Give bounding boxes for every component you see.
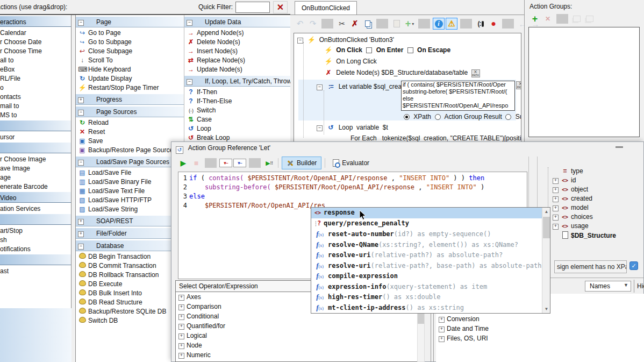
action-list-item[interactable]: Go to Subpage <box>76 38 184 47</box>
on-escape-checkbox[interactable] <box>407 47 413 53</box>
sidebar-item[interactable]: ast <box>0 266 71 275</box>
function-group-row[interactable]: Conversion <box>436 314 644 324</box>
action-list-item[interactable]: DB Bulk Insert Into <box>76 289 184 298</box>
names-dropdown[interactable]: ▼ Names <box>585 281 631 292</box>
xpath-radio[interactable] <box>404 114 410 120</box>
action-list-item[interactable]: Load/Save HTTP/FTP <box>76 196 184 205</box>
sidebar-item[interactable] <box>0 120 71 131</box>
expander-icon[interactable] <box>553 167 561 175</box>
action-list-item[interactable]: Case <box>184 115 290 124</box>
autocomplete-item[interactable]: response <box>311 208 542 218</box>
action-list-item[interactable]: Insert Node(s) <box>184 47 290 56</box>
action-list-item[interactable]: Database <box>76 240 184 251</box>
action-list-item[interactable]: DB Read Structure <box>76 298 184 307</box>
scrollbar-thumb[interactable] <box>543 217 550 238</box>
expander-icon[interactable] <box>178 342 187 349</box>
source-node-row[interactable]: model <box>553 204 643 213</box>
expander-icon[interactable] <box>78 96 86 103</box>
action-list-item[interactable]: Switch <box>184 106 290 115</box>
action-list-item[interactable]: Save <box>76 137 184 146</box>
action-list-item[interactable]: Hide Keyboard <box>76 65 184 74</box>
action-list-item[interactable]: Restart/Stop Page Timer <box>76 83 184 93</box>
sidebar-item[interactable]: Video <box>0 192 71 203</box>
xpath-edit-button[interactable] <box>471 69 480 77</box>
sidebar-item[interactable]: r Choose Date <box>0 37 71 46</box>
autocomplete-item[interactable]: reset-auto-number(id?) as empty-sequence… <box>311 229 542 239</box>
operator-group-row[interactable]: Logical <box>176 331 421 340</box>
sidebar-item[interactable]: r Choose Image <box>0 154 71 164</box>
expander-icon[interactable] <box>553 222 561 230</box>
sidebar-item[interactable]: sh <box>0 235 71 244</box>
collapse-icon[interactable] <box>317 124 325 131</box>
sidebar-item[interactable]: all to <box>0 55 71 65</box>
expander-icon[interactable] <box>78 217 86 225</box>
action-group-result-radio[interactable] <box>435 114 441 120</box>
collapse-icon[interactable] <box>317 83 325 90</box>
sidebar-item[interactable]: o <box>0 83 71 92</box>
expander-icon[interactable] <box>178 293 187 301</box>
source-node-row[interactable]: $DB_Structure <box>553 231 643 240</box>
action-list-item[interactable]: Load/Save String <box>76 205 184 214</box>
action-list-item[interactable]: DB Commit Transaction <box>76 261 184 271</box>
action-list-item[interactable]: Backup/Restore Page Sources <box>76 146 184 155</box>
expander-icon[interactable] <box>553 232 561 239</box>
autocomplete-item[interactable]: compile-expression <box>311 271 542 281</box>
action-list-item[interactable]: If, Loop, Let, Try/Catch, Throw <box>184 76 290 87</box>
action-list-item[interactable]: Backup/Restore SQLite DB <box>76 307 184 316</box>
sidebar-item[interactable]: ontacts <box>0 92 71 101</box>
action-list-item[interactable]: Update Data <box>184 17 290 27</box>
source-node-row[interactable]: object <box>553 186 643 195</box>
collapse-icon[interactable] <box>297 36 305 44</box>
expander-icon[interactable] <box>553 186 561 193</box>
expander-icon[interactable] <box>187 77 195 85</box>
action-list-item[interactable]: Go to Page <box>76 29 184 38</box>
sidebar-item[interactable]: ave Image <box>0 164 71 173</box>
autocomplete-item[interactable]: high-res-timer() as xs:double <box>311 292 542 302</box>
operator-group-row[interactable]: Quantified/for <box>176 321 421 331</box>
tree-root-row[interactable]: OnButtonClicked 'Button3' <box>297 36 394 44</box>
function-group-row[interactable]: Date and Time <box>436 324 644 333</box>
action-list-item[interactable]: Page Sources <box>76 107 184 117</box>
action-list-item[interactable]: Load/Save Binary File <box>76 178 184 187</box>
action-list-item[interactable]: Reset <box>76 127 184 137</box>
action-list-item[interactable]: Load/Save Page Sources <box>76 157 184 167</box>
autocomplete-item[interactable]: query/presence_penalty <box>311 218 542 229</box>
action-list-item[interactable]: Loop <box>184 124 290 133</box>
expander-icon[interactable] <box>178 313 187 320</box>
let-xpath-preview[interactable]: if ( contains( $PERSISTENT/Root/Oper sub… <box>401 81 515 111</box>
builder-button[interactable]: Builder <box>282 157 321 169</box>
quick-filter-clear-button[interactable]: ✕ <box>273 1 288 13</box>
sidebar-item[interactable]: mail to <box>0 101 71 110</box>
expander-icon[interactable] <box>78 230 86 237</box>
expander-icon[interactable] <box>78 18 86 26</box>
sidebar-item[interactable]: RL/File <box>0 74 71 83</box>
dialog-titlebar[interactable]: Action Group Reference 'Let' <box>171 142 643 155</box>
action-list-item[interactable]: Progress <box>76 94 184 105</box>
action-list-item[interactable]: If-Then-Else <box>184 97 290 106</box>
action-list-item[interactable]: DB Rollback Transaction <box>76 271 184 280</box>
action-list-item[interactable]: If-Then <box>184 88 290 97</box>
sidebar-item[interactable]: ation Services <box>0 204 71 213</box>
operator-group-row[interactable]: S <box>176 360 421 362</box>
action-list-item[interactable]: Update Node(s) <box>184 65 290 74</box>
action-list-item[interactable]: Scroll To <box>76 56 184 65</box>
expander-icon[interactable] <box>178 303 187 310</box>
autocomplete-item[interactable]: mt-last-in-app-purchase-response-code() … <box>311 313 542 314</box>
sidebar-item[interactable] <box>0 143 71 153</box>
action-list-item[interactable]: Load/Save Text File <box>76 187 184 196</box>
sidebar-item[interactable]: MS to <box>0 110 71 119</box>
function-group-row[interactable]: Files, OS, URI <box>436 333 644 343</box>
context-checkbox[interactable]: ✓ <box>629 261 638 270</box>
expander-icon[interactable] <box>78 158 86 166</box>
sidebar-item[interactable]: eBox <box>0 65 71 74</box>
quick-filter-input[interactable] <box>235 2 270 13</box>
sidebar-item[interactable]: eractions <box>0 16 71 27</box>
autocomplete-item[interactable]: resolve-QName(xs:string?, element()) as … <box>311 239 542 250</box>
expander-icon[interactable] <box>187 18 195 26</box>
action-list-item[interactable]: File/Folder <box>76 228 184 239</box>
scroll-down-icon[interactable]: ▼ <box>542 305 550 313</box>
action-list-item[interactable]: DB Execute <box>76 280 184 289</box>
source-node-row[interactable]: usage <box>553 222 643 231</box>
expander-icon[interactable] <box>553 176 561 184</box>
expander-icon[interactable] <box>178 351 187 359</box>
